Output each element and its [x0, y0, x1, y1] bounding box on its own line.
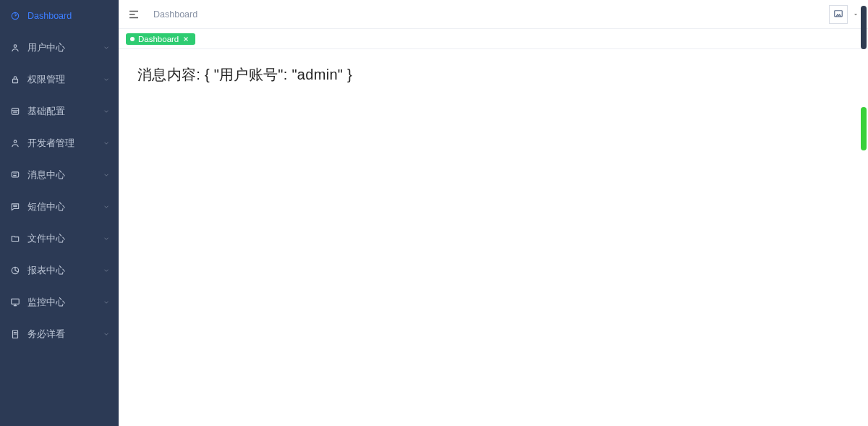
lock-icon [10, 74, 20, 85]
svg-point-13 [16, 205, 17, 206]
sidebar-item-label: 用户中心 [27, 42, 65, 54]
sidebar-item-6[interactable]: 短信中心 [0, 191, 119, 223]
sidebar-item-label: 短信中心 [27, 201, 65, 213]
chevron-down-icon [103, 235, 110, 242]
breadcrumb: Dashboard [153, 9, 197, 20]
message-icon [10, 170, 20, 180]
chevron-down-icon [103, 267, 110, 274]
chevron-down-icon [852, 11, 859, 18]
sidebar-item-4[interactable]: 开发者管理 [0, 127, 119, 159]
sidebar-item-label: 务必详看 [27, 328, 65, 341]
sidebar-item-5[interactable]: 消息中心 [0, 159, 119, 191]
content-panel: 消息内容: { "用户账号": "admin" } [119, 49, 868, 426]
sidebar-item-7[interactable]: 文件中心 [0, 223, 119, 255]
svg-rect-3 [13, 79, 18, 82]
svg-point-7 [14, 140, 17, 143]
chevron-down-icon [103, 108, 110, 115]
sidebar-item-9[interactable]: 监控中心 [0, 286, 119, 318]
chevron-down-icon [103, 203, 110, 210]
chevron-down-icon [103, 76, 110, 83]
sidebar-item-label: 文件中心 [27, 233, 65, 245]
user-icon [10, 43, 20, 53]
svg-rect-15 [12, 299, 20, 304]
chevron-down-icon [103, 44, 110, 51]
svg-rect-8 [12, 172, 18, 177]
report-icon [10, 265, 20, 276]
sidebar-item-label: 消息中心 [27, 169, 65, 182]
message-content: 消息内容: { "用户账号": "admin" } [137, 65, 849, 85]
sidebar-item-3[interactable]: 基础配置 [0, 95, 119, 127]
sidebar-item-label: 基础配置 [27, 106, 65, 118]
sidebar-item-0[interactable]: Dashboard [0, 0, 119, 32]
sidebar-item-10[interactable]: 务必详看 [0, 318, 119, 350]
sidebar-item-label: 权限管理 [27, 74, 65, 86]
monitor-icon [10, 297, 20, 307]
chevron-down-icon [103, 331, 110, 338]
avatar [829, 5, 848, 24]
sidebar-item-label: Dashboard [27, 11, 72, 21]
user-menu[interactable] [829, 5, 859, 24]
sidebar: Dashboard用户中心权限管理基础配置开发者管理消息中心短信中心文件中心报表… [0, 0, 119, 426]
sms-icon [10, 202, 20, 212]
dashboard-icon [10, 11, 20, 21]
document-icon [10, 329, 20, 339]
svg-rect-4 [12, 108, 18, 114]
sidebar-item-1[interactable]: 用户中心 [0, 32, 119, 64]
svg-point-12 [14, 205, 15, 206]
sidebar-item-2[interactable]: 权限管理 [0, 64, 119, 95]
tab-active-dot [130, 37, 135, 41]
main-area: Dashboard Dashboard [119, 0, 868, 426]
tab-label: Dashboard [138, 35, 179, 43]
topbar: Dashboard [119, 0, 868, 29]
chevron-down-icon [103, 171, 110, 179]
sidebar-item-8[interactable]: 报表中心 [0, 255, 119, 286]
menu-toggle-icon[interactable] [127, 8, 140, 21]
close-icon[interactable] [182, 35, 190, 43]
chevron-down-icon [103, 299, 110, 306]
chevron-down-icon [103, 140, 110, 147]
developer-icon [10, 138, 20, 148]
tabbar: Dashboard [119, 29, 868, 49]
sidebar-item-label: 监控中心 [27, 297, 65, 309]
svg-point-2 [14, 45, 17, 47]
folder-icon [10, 234, 20, 244]
tab-dashboard[interactable]: Dashboard [126, 33, 195, 45]
sidebar-item-label: 开发者管理 [27, 137, 75, 150]
settings-card-icon [10, 106, 20, 116]
svg-point-11 [14, 205, 14, 206]
sidebar-item-label: 报表中心 [27, 265, 65, 277]
